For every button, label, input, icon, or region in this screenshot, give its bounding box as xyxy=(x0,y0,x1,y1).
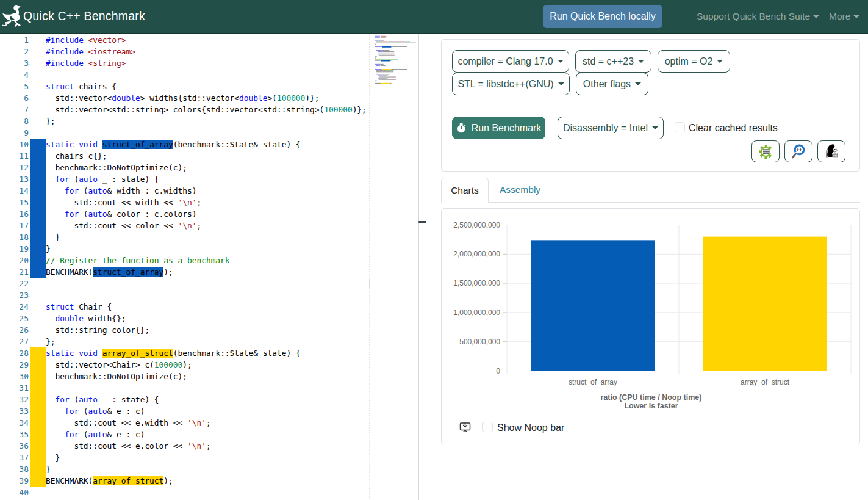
code-line[interactable]: 4 xyxy=(0,69,373,81)
code-line[interactable]: 16 for (auto& color : c.colors) xyxy=(0,208,373,220)
y-axis-tick-label: 500,000,000 xyxy=(459,338,500,346)
editor-ruler xyxy=(369,34,370,500)
code-line[interactable]: 18 } xyxy=(0,231,373,243)
code-line[interactable]: 2#include <iostream> xyxy=(0,46,373,57)
quick-bench-logo-icon[interactable] xyxy=(2,5,21,27)
show-noop-label: Show Noop bar xyxy=(497,422,564,433)
caret-down-icon xyxy=(638,60,644,63)
line-number: 5 xyxy=(0,81,29,92)
disassembly-dropdown-label: Disassembly = Intel xyxy=(563,123,648,133)
support-menu[interactable]: Support Quick Bench Suite xyxy=(697,11,819,22)
y-axis-tick-label: 2,000,000,000 xyxy=(453,250,500,258)
compiler-explorer-button[interactable] xyxy=(751,140,780,162)
benchmark-region-marker xyxy=(30,452,46,463)
other-flags-dropdown[interactable]: Other flags xyxy=(576,73,648,95)
active-line-indicator xyxy=(46,278,370,289)
line-number: 28 xyxy=(0,347,29,359)
code-line[interactable]: 34 std::cout << e.width << '\n'; xyxy=(0,417,373,429)
clear-cached-checkbox[interactable] xyxy=(675,122,685,132)
code-line[interactable]: 35 for (auto& e : c) xyxy=(0,429,373,440)
code-line[interactable]: 23 xyxy=(0,289,373,301)
code-line[interactable]: 1#include <vector> xyxy=(0,34,373,46)
code-line[interactable]: 27}; xyxy=(0,336,373,347)
code-line[interactable]: 17 std::cout << color << '\n'; xyxy=(0,220,373,231)
code-area[interactable]: 1#include <vector>2#include <iostream>3#… xyxy=(0,34,373,500)
code-line[interactable]: 29 std::vector<Chair> c(100000); xyxy=(0,359,373,371)
code-line[interactable]: 11 chairs c{}; xyxy=(0,150,373,162)
more-menu[interactable]: More xyxy=(829,11,859,22)
code-line[interactable]: 20// Register the function as a benchmar… xyxy=(0,255,373,266)
line-number: 7 xyxy=(0,104,29,115)
caret-down-icon xyxy=(652,126,658,129)
benchmark-region-marker xyxy=(30,394,46,405)
code-line[interactable]: 9 xyxy=(0,127,373,139)
line-number: 25 xyxy=(0,313,29,324)
code-line[interactable]: 31 xyxy=(0,382,373,394)
code-line[interactable]: 25 double width{}; xyxy=(0,313,373,324)
code-line[interactable]: 26 std::string color{}; xyxy=(0,324,373,336)
tab-charts[interactable]: Charts xyxy=(441,178,489,203)
brand-title[interactable]: Quick C++ Benchmark xyxy=(23,9,145,23)
stl-dropdown[interactable]: STL = libstdc++(GNU) xyxy=(452,73,570,95)
run-benchmark-button[interactable]: Run Benchmark xyxy=(452,117,545,139)
code-line[interactable]: 24struct Chair { xyxy=(0,301,373,313)
code-line[interactable]: 6 std::vector<double> widths{std::vector… xyxy=(0,92,373,104)
code-line[interactable]: 38} xyxy=(0,463,373,475)
code-line[interactable]: 19} xyxy=(0,243,373,255)
line-number: 39 xyxy=(0,475,29,487)
code-line[interactable]: 40 xyxy=(0,487,373,498)
benchmark-region-marker xyxy=(30,405,46,417)
line-number: 12 xyxy=(0,162,29,173)
code-line[interactable]: 37 } xyxy=(0,452,373,463)
code-line[interactable]: 21BENCHMARK(struct_of_array); xyxy=(0,266,373,278)
code-line[interactable]: 30 benchmark::DoNotOptimize(c); xyxy=(0,371,373,382)
benchmark-region-marker xyxy=(30,255,46,266)
config-panel: compiler = Clang 17.0 std = c++23 optim … xyxy=(441,39,860,172)
code-editor[interactable]: 1#include <vector>2#include <iostream>3#… xyxy=(0,34,419,500)
code-line[interactable]: 32 for (auto _ : state) { xyxy=(0,394,373,405)
split-pane-handle[interactable] xyxy=(418,221,426,223)
benchmark-region-marker xyxy=(30,475,46,487)
disassembly-dropdown[interactable]: Disassembly = Intel xyxy=(558,117,664,139)
editor-minimap[interactable] xyxy=(373,34,418,500)
line-number: 20 xyxy=(0,255,29,266)
y-axis-tick-label: 2,500,000,000 xyxy=(453,221,500,230)
benchmark-region-marker xyxy=(30,243,46,255)
show-noop-checkbox[interactable] xyxy=(482,422,493,432)
line-number: 19 xyxy=(0,243,29,255)
line-number: 32 xyxy=(0,394,29,405)
code-line[interactable]: 36 std::cout << e.color << '\n'; xyxy=(0,440,373,452)
download-chart-icon[interactable] xyxy=(459,421,471,433)
code-line[interactable]: 15 std::cout << width << '\n'; xyxy=(0,197,373,208)
build-bench-button[interactable] xyxy=(817,140,845,162)
result-tabs: Charts Assembly xyxy=(441,178,860,203)
run-quick-bench-locally-button[interactable]: Run Quick Bench locally xyxy=(543,5,662,28)
code-line[interactable]: 28static void array_of_struct(benchmark:… xyxy=(0,347,373,359)
cpp-insights-button[interactable] xyxy=(784,140,812,162)
build-bench-icon xyxy=(823,143,840,160)
other-flags-dropdown-label: Other flags xyxy=(583,79,631,89)
compiler-dropdown[interactable]: compiler = Clang 17.0 xyxy=(452,50,569,73)
code-line[interactable]: 3#include <string> xyxy=(0,57,373,69)
code-line[interactable]: 7 std::vector<std::string> colors{std::v… xyxy=(0,104,373,115)
code-line[interactable]: 10static void struct_of_array(benchmark:… xyxy=(0,139,373,150)
stl-dropdown-label: STL = libstdc++(GNU) xyxy=(457,79,553,89)
code-line[interactable]: 14 for (auto& width : c.widths) xyxy=(0,185,373,197)
tab-assembly[interactable]: Assembly xyxy=(489,178,551,203)
code-line[interactable]: 33 for (auto& e : c) xyxy=(0,405,373,417)
line-number: 21 xyxy=(0,266,29,278)
benchmark-region-marker xyxy=(30,266,46,278)
code-line[interactable]: 5struct chairs { xyxy=(0,81,373,92)
clear-cached-label: Clear cached results xyxy=(689,123,778,134)
std-dropdown[interactable]: std = c++23 xyxy=(575,50,651,73)
code-line[interactable]: 8}; xyxy=(0,115,373,127)
code-line[interactable]: 22 xyxy=(0,278,373,289)
line-number: 9 xyxy=(0,127,29,139)
chart-bar-array_of_struct xyxy=(703,237,827,371)
code-line[interactable]: 39BENCHMARK(array_of_struct); xyxy=(0,475,373,487)
benchmark-region-marker xyxy=(30,208,46,220)
benchmark-region-marker xyxy=(30,371,46,382)
code-line[interactable]: 13 for (auto _ : state) { xyxy=(0,173,373,185)
optim-dropdown[interactable]: optim = O2 xyxy=(658,50,730,73)
code-line[interactable]: 12 benchmark::DoNotOptimize(c); xyxy=(0,162,373,173)
